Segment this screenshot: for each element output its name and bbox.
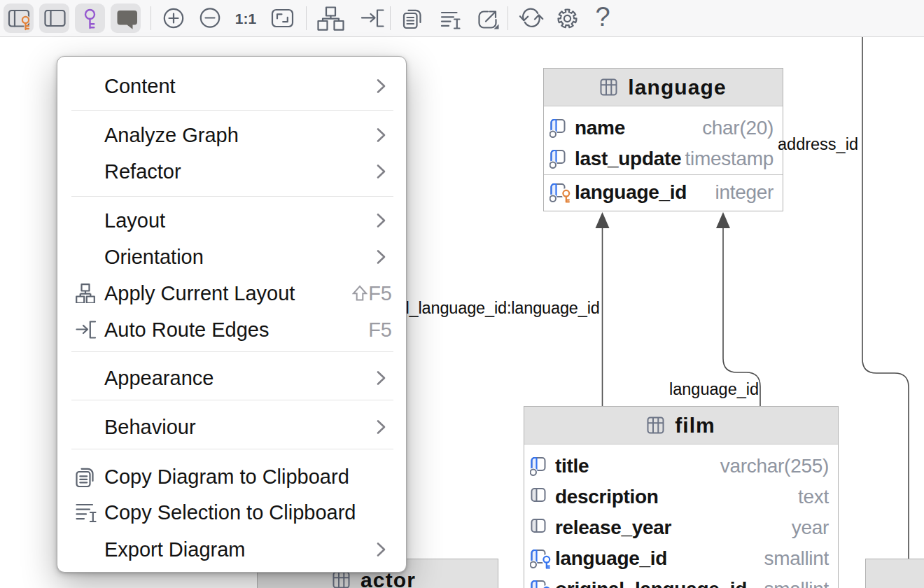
svg-text:1:1: 1:1 — [235, 10, 257, 27]
svg-text:?: ? — [595, 2, 610, 31]
